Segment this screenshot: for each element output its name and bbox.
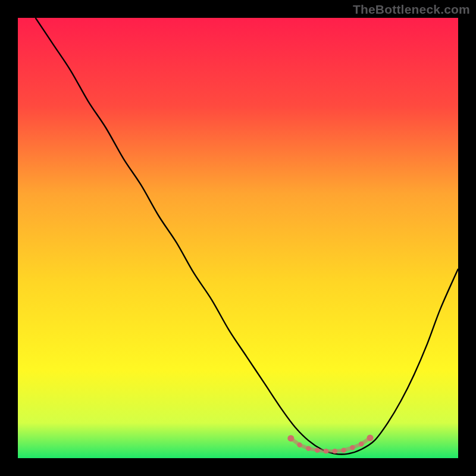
- highlight-dot: [324, 449, 328, 453]
- highlight-dot: [359, 441, 364, 446]
- gradient-background: [18, 18, 458, 458]
- highlight-dot: [306, 446, 311, 451]
- bottleneck-plot-svg: [18, 18, 458, 458]
- highlight-dot: [341, 447, 346, 452]
- chart-frame: TheBottleneck.com: [0, 0, 476, 476]
- highlight-dot: [297, 443, 302, 447]
- watermark-text: TheBottleneck.com: [353, 2, 470, 17]
- highlight-dot: [315, 447, 320, 452]
- highlight-dot: [287, 435, 294, 441]
- highlight-dot: [350, 445, 355, 450]
- highlight-dot: [367, 434, 374, 441]
- highlight-dot: [333, 449, 337, 453]
- plot-area: [18, 18, 458, 458]
